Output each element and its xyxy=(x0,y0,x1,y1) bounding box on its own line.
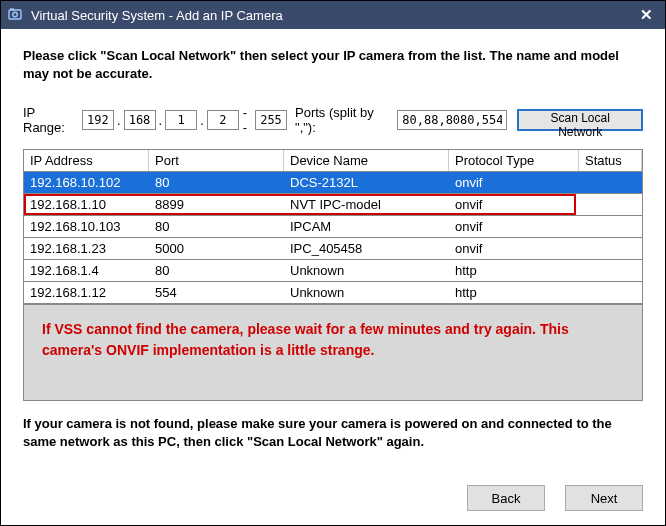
dash: -- xyxy=(243,105,251,135)
ip-range-row: IP Range: . . . -- Ports (split by ","):… xyxy=(23,105,643,135)
ip-octet-4[interactable] xyxy=(207,110,239,130)
table-cell xyxy=(579,260,642,281)
ports-input[interactable] xyxy=(397,110,507,130)
grid-header-row: IP Address Port Device Name Protocol Typ… xyxy=(24,150,642,172)
table-cell: 192.168.1.10 xyxy=(24,194,149,215)
content-area: Please click "Scan Local Network" then s… xyxy=(1,29,665,451)
table-cell: 80 xyxy=(149,260,284,281)
table-cell: 554 xyxy=(149,282,284,303)
table-cell: 192.168.1.23 xyxy=(24,238,149,259)
table-cell: 192.168.10.102 xyxy=(24,172,149,193)
col-status[interactable]: Status xyxy=(579,150,642,171)
table-cell: onvif xyxy=(449,194,579,215)
table-cell xyxy=(579,216,642,237)
close-icon[interactable]: ✕ xyxy=(634,6,659,24)
table-cell: onvif xyxy=(449,216,579,237)
window-title: Virtual Security System - Add an IP Came… xyxy=(31,8,283,23)
instructions-top: Please click "Scan Local Network" then s… xyxy=(23,47,643,83)
ip-octet-3[interactable] xyxy=(165,110,197,130)
table-cell: Unknown xyxy=(284,260,449,281)
table-cell: http xyxy=(449,260,579,281)
table-cell: 192.168.1.4 xyxy=(24,260,149,281)
ports-label: Ports (split by ","): xyxy=(295,105,393,135)
note-box: If VSS cannot find the camera, please wa… xyxy=(23,304,643,401)
ip-range-label: IP Range: xyxy=(23,105,78,135)
back-button[interactable]: Back xyxy=(467,485,545,511)
table-cell: onvif xyxy=(449,172,579,193)
dot: . xyxy=(200,113,204,128)
table-row[interactable]: 192.168.10.10380IPCAMonvif xyxy=(24,216,642,238)
table-row[interactable]: 192.168.10.10280DCS-2132Lonvif xyxy=(24,172,642,194)
wizard-footer: Back Next xyxy=(23,485,643,511)
table-row[interactable]: 192.168.1.480Unknownhttp xyxy=(24,260,642,282)
table-cell: 192.168.1.12 xyxy=(24,282,149,303)
table-cell: onvif xyxy=(449,238,579,259)
ip-octet-end[interactable] xyxy=(255,110,287,130)
title-bar: Virtual Security System - Add an IP Came… xyxy=(1,1,665,29)
table-cell: IPCAM xyxy=(284,216,449,237)
table-cell: 80 xyxy=(149,216,284,237)
camera-grid: IP Address Port Device Name Protocol Typ… xyxy=(23,149,643,304)
table-row[interactable]: 192.168.1.235000IPC_405458onvif xyxy=(24,238,642,260)
table-cell: 192.168.10.103 xyxy=(24,216,149,237)
table-row[interactable]: 192.168.1.108899NVT IPC-modelonvif xyxy=(24,194,642,216)
table-cell: NVT IPC-model xyxy=(284,194,449,215)
table-cell: Unknown xyxy=(284,282,449,303)
col-port[interactable]: Port xyxy=(149,150,284,171)
svg-rect-2 xyxy=(10,8,14,10)
table-cell: 8899 xyxy=(149,194,284,215)
table-cell: 5000 xyxy=(149,238,284,259)
col-name[interactable]: Device Name xyxy=(284,150,449,171)
table-cell: 80 xyxy=(149,172,284,193)
instructions-bottom: If your camera is not found, please make… xyxy=(23,415,643,451)
note-text: If VSS cannot find the camera, please wa… xyxy=(42,319,624,360)
table-cell xyxy=(579,238,642,259)
dot: . xyxy=(159,113,163,128)
table-cell xyxy=(579,282,642,303)
table-cell: http xyxy=(449,282,579,303)
table-row[interactable]: 192.168.1.12554Unknownhttp xyxy=(24,282,642,304)
dot: . xyxy=(117,113,121,128)
next-button[interactable]: Next xyxy=(565,485,643,511)
table-cell: DCS-2132L xyxy=(284,172,449,193)
col-ip[interactable]: IP Address xyxy=(24,150,149,171)
svg-rect-0 xyxy=(9,10,21,19)
table-cell xyxy=(579,194,642,215)
col-proto[interactable]: Protocol Type xyxy=(449,150,579,171)
scan-local-network-button[interactable]: Scan Local Network xyxy=(517,109,643,131)
table-cell xyxy=(579,172,642,193)
camera-app-icon xyxy=(7,6,25,24)
ip-octet-2[interactable] xyxy=(124,110,156,130)
ip-octet-1[interactable] xyxy=(82,110,114,130)
table-cell: IPC_405458 xyxy=(284,238,449,259)
svg-point-1 xyxy=(13,12,18,17)
